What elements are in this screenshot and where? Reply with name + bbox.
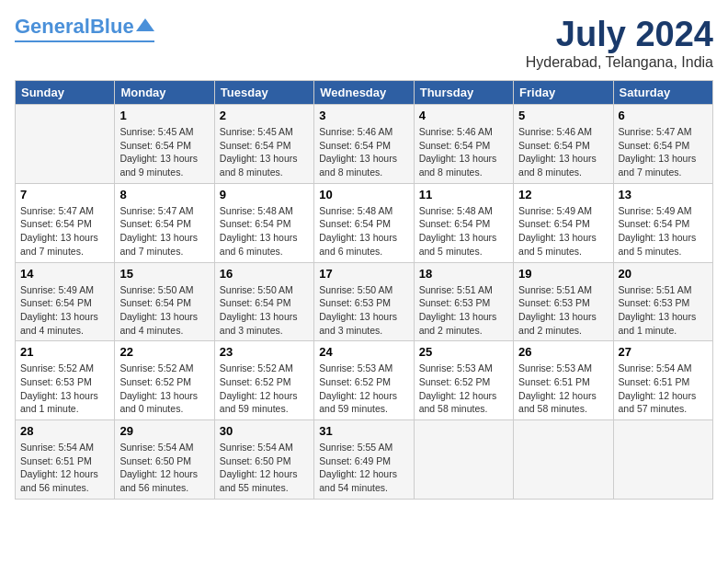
- day-number: 23: [220, 345, 309, 359]
- day-info: Sunrise: 5:48 AMSunset: 6:54 PMDaylight:…: [220, 204, 309, 259]
- day-info: Sunrise: 5:45 AMSunset: 6:54 PMDaylight:…: [119, 125, 209, 179]
- day-cell: 15Sunrise: 5:50 AMSunset: 6:54 PMDayligh…: [115, 262, 214, 341]
- day-info: Sunrise: 5:47 AMSunset: 6:54 PMDaylight:…: [20, 204, 109, 259]
- day-number: 22: [119, 345, 209, 359]
- day-info: Sunrise: 5:54 AMSunset: 6:51 PMDaylight:…: [619, 362, 708, 416]
- day-cell: 10Sunrise: 5:48 AMSunset: 6:54 PMDayligh…: [314, 183, 414, 262]
- day-number: 28: [20, 424, 109, 438]
- col-header-saturday: Saturday: [613, 81, 712, 105]
- day-info: Sunrise: 5:46 AMSunset: 6:54 PMDaylight:…: [419, 125, 508, 179]
- col-header-wednesday: Wednesday: [314, 81, 414, 105]
- title-block: July 2024 Hyderabad, Telangana, India: [526, 15, 713, 71]
- day-number: 26: [518, 345, 608, 359]
- day-cell: 8Sunrise: 5:47 AMSunset: 6:54 PMDaylight…: [115, 183, 214, 262]
- day-cell: 4Sunrise: 5:46 AMSunset: 6:54 PMDaylight…: [414, 105, 513, 184]
- day-number: 27: [619, 345, 708, 359]
- logo: GeneralBlue: [15, 15, 154, 42]
- day-cell: 20Sunrise: 5:51 AMSunset: 6:53 PMDayligh…: [613, 262, 712, 341]
- day-number: 29: [119, 424, 209, 438]
- svg-marker-0: [136, 18, 154, 31]
- day-number: 16: [220, 267, 309, 281]
- day-info: Sunrise: 5:52 AMSunset: 6:53 PMDaylight:…: [20, 362, 109, 416]
- page-header: GeneralBlue July 2024 Hyderabad, Telanga…: [15, 15, 713, 71]
- day-number: 17: [319, 267, 408, 281]
- day-info: Sunrise: 5:49 AMSunset: 6:54 PMDaylight:…: [518, 204, 608, 259]
- day-cell: 25Sunrise: 5:53 AMSunset: 6:52 PMDayligh…: [414, 341, 513, 420]
- day-cell: [16, 105, 115, 184]
- day-info: Sunrise: 5:51 AMSunset: 6:53 PMDaylight:…: [619, 283, 708, 338]
- day-number: 12: [518, 188, 608, 201]
- day-info: Sunrise: 5:51 AMSunset: 6:53 PMDaylight:…: [419, 283, 508, 338]
- week-row-1: 1Sunrise: 5:45 AMSunset: 6:54 PMDaylight…: [16, 105, 713, 184]
- day-info: Sunrise: 5:48 AMSunset: 6:54 PMDaylight:…: [319, 204, 408, 259]
- day-info: Sunrise: 5:46 AMSunset: 6:54 PMDaylight:…: [319, 125, 408, 179]
- day-cell: 31Sunrise: 5:55 AMSunset: 6:49 PMDayligh…: [314, 420, 414, 500]
- day-cell: 30Sunrise: 5:54 AMSunset: 6:50 PMDayligh…: [214, 420, 313, 500]
- day-info: Sunrise: 5:54 AMSunset: 6:50 PMDaylight:…: [119, 441, 209, 495]
- day-cell: 5Sunrise: 5:46 AMSunset: 6:54 PMDaylight…: [514, 105, 613, 184]
- day-number: 2: [220, 109, 309, 122]
- day-cell: 27Sunrise: 5:54 AMSunset: 6:51 PMDayligh…: [613, 341, 712, 420]
- day-info: Sunrise: 5:54 AMSunset: 6:51 PMDaylight:…: [20, 441, 109, 495]
- month-title: July 2024: [526, 15, 713, 54]
- logo-icon: [136, 18, 154, 31]
- day-number: 13: [619, 188, 708, 201]
- col-header-thursday: Thursday: [414, 81, 513, 105]
- day-cell: [414, 420, 513, 500]
- day-cell: 18Sunrise: 5:51 AMSunset: 6:53 PMDayligh…: [414, 262, 513, 341]
- day-info: Sunrise: 5:51 AMSunset: 6:53 PMDaylight:…: [518, 283, 608, 338]
- day-cell: 28Sunrise: 5:54 AMSunset: 6:51 PMDayligh…: [16, 420, 115, 500]
- day-number: 11: [419, 188, 508, 201]
- calendar-header-row: SundayMondayTuesdayWednesdayThursdayFrid…: [16, 81, 713, 105]
- day-cell: 24Sunrise: 5:53 AMSunset: 6:52 PMDayligh…: [314, 341, 414, 420]
- day-number: 1: [119, 109, 209, 122]
- day-info: Sunrise: 5:52 AMSunset: 6:52 PMDaylight:…: [119, 362, 209, 416]
- day-number: 7: [20, 188, 109, 201]
- day-number: 19: [518, 267, 608, 281]
- day-info: Sunrise: 5:50 AMSunset: 6:54 PMDaylight:…: [119, 283, 209, 338]
- week-row-2: 7Sunrise: 5:47 AMSunset: 6:54 PMDaylight…: [16, 183, 713, 262]
- day-cell: 11Sunrise: 5:48 AMSunset: 6:54 PMDayligh…: [414, 183, 513, 262]
- day-cell: [613, 420, 712, 500]
- day-number: 25: [419, 345, 508, 359]
- col-header-tuesday: Tuesday: [214, 81, 313, 105]
- day-cell: 13Sunrise: 5:49 AMSunset: 6:54 PMDayligh…: [613, 183, 712, 262]
- day-cell: 1Sunrise: 5:45 AMSunset: 6:54 PMDaylight…: [115, 105, 214, 184]
- location-title: Hyderabad, Telangana, India: [526, 54, 713, 71]
- day-info: Sunrise: 5:49 AMSunset: 6:54 PMDaylight:…: [619, 204, 708, 259]
- day-number: 20: [619, 267, 708, 281]
- day-number: 24: [319, 345, 408, 359]
- day-cell: 22Sunrise: 5:52 AMSunset: 6:52 PMDayligh…: [115, 341, 214, 420]
- day-number: 9: [220, 188, 309, 201]
- day-info: Sunrise: 5:55 AMSunset: 6:49 PMDaylight:…: [319, 441, 408, 495]
- day-info: Sunrise: 5:53 AMSunset: 6:52 PMDaylight:…: [319, 362, 408, 416]
- day-cell: 21Sunrise: 5:52 AMSunset: 6:53 PMDayligh…: [16, 341, 115, 420]
- day-info: Sunrise: 5:50 AMSunset: 6:54 PMDaylight:…: [220, 283, 309, 338]
- day-cell: 29Sunrise: 5:54 AMSunset: 6:50 PMDayligh…: [115, 420, 214, 500]
- week-row-3: 14Sunrise: 5:49 AMSunset: 6:54 PMDayligh…: [16, 262, 713, 341]
- day-cell: 3Sunrise: 5:46 AMSunset: 6:54 PMDaylight…: [314, 105, 414, 184]
- day-info: Sunrise: 5:49 AMSunset: 6:54 PMDaylight:…: [20, 283, 109, 338]
- day-number: 8: [119, 188, 209, 201]
- day-info: Sunrise: 5:53 AMSunset: 6:51 PMDaylight:…: [518, 362, 608, 416]
- day-number: 10: [319, 188, 408, 201]
- day-cell: [514, 420, 613, 500]
- day-cell: 2Sunrise: 5:45 AMSunset: 6:54 PMDaylight…: [214, 105, 313, 184]
- day-cell: 6Sunrise: 5:47 AMSunset: 6:54 PMDaylight…: [613, 105, 712, 184]
- day-info: Sunrise: 5:47 AMSunset: 6:54 PMDaylight:…: [119, 204, 209, 259]
- day-info: Sunrise: 5:47 AMSunset: 6:54 PMDaylight:…: [619, 125, 708, 179]
- day-cell: 26Sunrise: 5:53 AMSunset: 6:51 PMDayligh…: [514, 341, 613, 420]
- day-number: 31: [319, 424, 408, 438]
- day-cell: 9Sunrise: 5:48 AMSunset: 6:54 PMDaylight…: [214, 183, 313, 262]
- day-number: 21: [20, 345, 109, 359]
- col-header-friday: Friday: [514, 81, 613, 105]
- week-row-4: 21Sunrise: 5:52 AMSunset: 6:53 PMDayligh…: [16, 341, 713, 420]
- day-info: Sunrise: 5:45 AMSunset: 6:54 PMDaylight:…: [220, 125, 309, 179]
- day-number: 4: [419, 109, 508, 122]
- day-cell: 14Sunrise: 5:49 AMSunset: 6:54 PMDayligh…: [16, 262, 115, 341]
- calendar-table: SundayMondayTuesdayWednesdayThursdayFrid…: [15, 80, 713, 500]
- col-header-sunday: Sunday: [16, 81, 115, 105]
- day-number: 30: [220, 424, 309, 438]
- day-info: Sunrise: 5:50 AMSunset: 6:53 PMDaylight:…: [319, 283, 408, 338]
- day-cell: 12Sunrise: 5:49 AMSunset: 6:54 PMDayligh…: [514, 183, 613, 262]
